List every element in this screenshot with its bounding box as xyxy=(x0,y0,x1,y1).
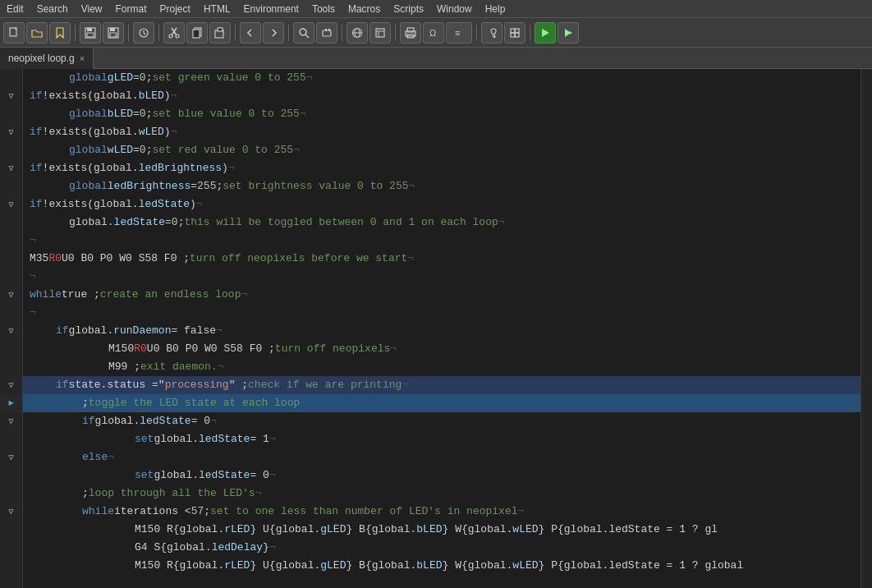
code-line: else ¬ xyxy=(23,448,861,466)
gutter-fold[interactable]: ▽ xyxy=(0,322,22,340)
menu-project[interactable]: Project xyxy=(154,2,197,16)
svg-rect-37 xyxy=(515,33,519,37)
svg-rect-6 xyxy=(110,28,115,31)
svg-rect-3 xyxy=(87,28,92,31)
toolbar: + Ω ≡ xyxy=(0,18,872,48)
browse2-button[interactable] xyxy=(369,22,391,44)
bookmark-button[interactable] xyxy=(49,22,71,44)
tab-filename: neopixel loop.g xyxy=(8,53,75,64)
toolbar-separator-8 xyxy=(476,25,477,41)
print2-button[interactable]: Ω xyxy=(423,22,444,44)
code-line: if !exists(global. wLED ) ¬ xyxy=(23,123,861,141)
menu-window[interactable]: Window xyxy=(430,2,479,16)
gutter-fold[interactable]: ▽ xyxy=(0,87,22,105)
gutter-fold[interactable]: ▽ xyxy=(0,503,22,521)
forward-button[interactable] xyxy=(263,22,284,44)
menu-html[interactable]: HTML xyxy=(197,2,237,16)
gutter-fold[interactable]: ▽ xyxy=(0,286,22,304)
code-line: if !exists(global. bLED ) ¬ xyxy=(23,87,861,105)
tab-bar: neopixel loop.g × xyxy=(0,48,872,69)
code-line: global. ledState = 0 ; this will be togg… xyxy=(23,214,861,232)
cut-button[interactable] xyxy=(163,22,185,44)
code-line: ¬ xyxy=(23,268,861,286)
toolbar-separator-3 xyxy=(158,25,159,41)
code-line: M150 R{global. rLED } U{global. gLED } B… xyxy=(23,521,861,539)
gutter-line xyxy=(0,358,22,376)
browser-button[interactable] xyxy=(347,22,368,44)
save-button[interactable] xyxy=(80,22,101,44)
svg-point-18 xyxy=(300,29,306,35)
toolbar-separator-5 xyxy=(288,25,289,41)
plugin-button[interactable] xyxy=(316,22,337,44)
svg-marker-40 xyxy=(569,31,572,34)
tab-close-button[interactable]: × xyxy=(80,53,85,63)
search-button[interactable] xyxy=(293,22,314,44)
menu-edit[interactable]: Edit xyxy=(0,2,30,16)
svg-rect-34 xyxy=(511,29,515,33)
menu-format[interactable]: Format xyxy=(109,2,154,16)
undo-history-button[interactable] xyxy=(133,22,154,44)
menu-scripts[interactable]: Scripts xyxy=(387,2,430,16)
new-button[interactable] xyxy=(3,22,25,44)
code-lines[interactable]: global gLED = 0 ; set green value 0 to 2… xyxy=(23,69,861,588)
toolbar-separator-7 xyxy=(395,25,396,41)
menu-environment[interactable]: Environment xyxy=(237,2,305,16)
svg-rect-36 xyxy=(511,33,515,37)
gutter-line xyxy=(0,557,22,575)
code-line: if global. runDaemon = false ¬ xyxy=(23,322,861,340)
gutter-line-active: ► xyxy=(0,394,22,412)
run-more-button[interactable] xyxy=(558,22,579,44)
menu-macros[interactable]: Macros xyxy=(342,2,387,16)
gutter-line xyxy=(0,521,22,539)
code-line: while iterations < 57 ; set to one less … xyxy=(23,503,861,521)
svg-rect-22 xyxy=(328,29,330,31)
svg-rect-35 xyxy=(515,29,519,33)
gutter-fold[interactable]: ▽ xyxy=(0,159,22,177)
puzzle-button[interactable] xyxy=(504,22,525,44)
svg-rect-15 xyxy=(193,30,200,38)
gutter: ▽ ▽ ▽ ▽ ▽ ▽ ▽ ► ▽ ▽ ▽ xyxy=(0,69,23,588)
gutter-fold[interactable]: ▽ xyxy=(0,412,22,430)
gutter-line xyxy=(0,177,22,195)
code-line-while-true: while true ; create an endless loop ¬ xyxy=(23,286,861,304)
gutter-fold[interactable]: ▽ xyxy=(0,448,22,466)
code-line: set global. ledState = 1 ¬ xyxy=(23,430,861,448)
file-tab[interactable]: neopixel loop.g × xyxy=(0,48,94,69)
menu-bar: Edit Search View Format Project HTML Env… xyxy=(0,0,872,18)
code-line: M150 R{global. rLED } U{global. gLED } B… xyxy=(23,557,861,575)
svg-marker-38 xyxy=(542,29,549,37)
gutter-fold[interactable]: ▽ xyxy=(0,123,22,141)
menu-tools[interactable]: Tools xyxy=(305,2,342,16)
svg-text:+: + xyxy=(114,33,117,39)
gutter-fold[interactable]: ▽ xyxy=(0,376,22,394)
code-line-selected: ; toggle the LED state at each loop ¬ xyxy=(23,394,861,412)
gutter-fold[interactable]: ▽ xyxy=(0,195,22,214)
toolbar-separator-6 xyxy=(342,25,342,41)
svg-rect-26 xyxy=(376,29,384,37)
gutter-line xyxy=(0,141,22,159)
copy-button[interactable] xyxy=(186,22,208,44)
svg-text:Ω: Ω xyxy=(429,28,436,38)
right-scrollbar[interactable] xyxy=(861,69,872,588)
menu-search[interactable]: Search xyxy=(30,2,75,16)
tools-button[interactable] xyxy=(481,22,503,44)
print-button[interactable] xyxy=(400,22,421,44)
gutter-line xyxy=(0,430,22,448)
menu-help[interactable]: Help xyxy=(479,2,512,16)
svg-marker-1 xyxy=(57,28,63,38)
gutter-line xyxy=(0,69,22,87)
back-button[interactable] xyxy=(240,22,261,44)
code-line: if !exists(global. ledBrightness ) ¬ xyxy=(23,159,861,177)
code-line: M150 R0 U0 B0 P0 W0 S58 F0 ; turn off ne… xyxy=(23,340,861,358)
menu-view[interactable]: View xyxy=(75,2,109,16)
code-line: ; loop through all the LED's ¬ xyxy=(23,485,861,503)
omega-button[interactable]: ≡ xyxy=(446,22,472,44)
paste-button[interactable] xyxy=(209,22,231,44)
toolbar-separator-9 xyxy=(530,25,530,41)
gutter-line xyxy=(0,304,22,322)
open-button[interactable] xyxy=(26,22,48,44)
run-button[interactable] xyxy=(535,22,556,44)
code-line: global wLED = 0 ; set red value 0 to 255… xyxy=(23,141,861,159)
saveas-button[interactable]: + xyxy=(103,22,124,44)
code-line: set global. ledState = 0 ¬ xyxy=(23,466,861,485)
